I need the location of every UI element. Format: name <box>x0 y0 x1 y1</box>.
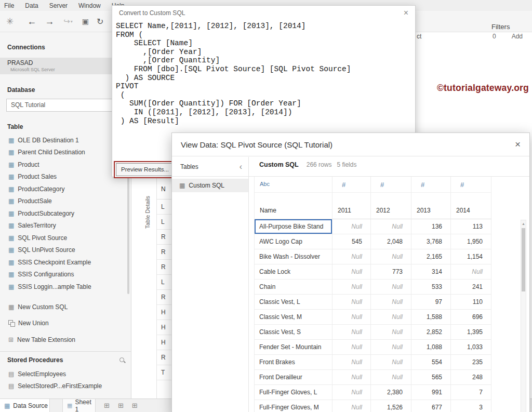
menu-item[interactable]: Server <box>49 2 68 9</box>
grid-scrollbar-thumb[interactable] <box>522 228 525 291</box>
cell-name[interactable]: Fender Set - Mountain <box>255 340 332 355</box>
cell-name[interactable]: Classic Vest, L <box>255 295 332 310</box>
cell-2012[interactable]: Null <box>371 295 411 310</box>
back-icon[interactable]: ← <box>27 16 36 27</box>
column-type-name[interactable]: Abc <box>255 177 332 193</box>
cell-2013[interactable]: 136 <box>411 219 451 234</box>
new-worksheet-icon[interactable]: ⊞ <box>104 402 110 409</box>
new-story-icon[interactable]: ⊞ <box>132 402 138 409</box>
sidebar-table-item[interactable]: ▦ SQL Pivot Source <box>0 232 131 244</box>
cell-name[interactable]: Classic Vest, M <box>255 310 332 325</box>
cell-2013[interactable]: 2,165 <box>411 249 451 264</box>
cell-2013[interactable]: 2,852 <box>411 325 451 340</box>
cell-2014[interactable]: 110 <box>451 295 491 310</box>
cell-2014[interactable]: 113 <box>451 219 491 234</box>
cell-2012[interactable]: Null <box>371 325 411 340</box>
sidebar-item-new-table-extension[interactable]: ⊞ New Table Extension <box>0 334 131 346</box>
cell-2011[interactable]: Null <box>332 310 371 325</box>
tables-panel-item-custom-sql[interactable]: ▦ Custom SQL <box>172 179 248 192</box>
sidebar-table-item[interactable]: ▦ SalesTerritory <box>0 220 131 232</box>
column-header-2012[interactable]: 2012 <box>371 193 411 219</box>
sidebar-table-item[interactable]: ▦ SSIS Checkpoint Example <box>0 256 131 269</box>
database-select[interactable]: SQL Tutorial <box>6 99 125 112</box>
cell-2011[interactable]: Null <box>332 219 371 234</box>
sidebar-table-item[interactable]: ▦ ProductSubcategory <box>0 207 131 220</box>
sidebar-table-item[interactable]: ▦ ProductCategory <box>0 183 131 195</box>
cell-2012[interactable]: Null <box>371 219 411 234</box>
menu-item[interactable]: Window <box>78 2 101 9</box>
cell-2013[interactable]: 1,588 <box>411 310 451 325</box>
cell-2014[interactable]: 241 <box>451 280 491 295</box>
new-dashboard-icon[interactable]: ⊞ <box>118 402 124 409</box>
cell-2012[interactable]: 2,048 <box>371 234 411 249</box>
cell-2012[interactable]: Null <box>371 355 411 370</box>
sql-editor[interactable]: SELECT Name,[2011], [2012], [2013], [201… <box>116 22 351 125</box>
save-icon[interactable]: ▣ <box>82 17 89 25</box>
cell-2012[interactable]: Null <box>371 310 411 325</box>
cell-2011[interactable]: Null <box>332 370 371 385</box>
grid-scrollbar[interactable]: ▲ <box>521 220 526 412</box>
cell-2013[interactable]: 533 <box>411 280 451 295</box>
cell-2014[interactable]: 1,033 <box>451 340 491 355</box>
stored-procedure-item[interactable]: ▤ SelectEmployees <box>0 368 131 380</box>
cell-2014[interactable]: 7 <box>451 385 491 400</box>
cell-2011[interactable]: Null <box>332 400 371 412</box>
sidebar-table-item[interactable]: ▦ SSIS Configurations <box>0 269 131 281</box>
column-header-2011[interactable]: 2011 <box>332 193 371 219</box>
cell-2011[interactable]: Null <box>332 355 371 370</box>
column-header-name[interactable]: Name <box>255 193 332 219</box>
menu-item[interactable]: Data <box>25 2 38 9</box>
cell-2011[interactable]: Null <box>332 385 371 400</box>
forward-icon[interactable]: → <box>45 16 54 27</box>
search-icon[interactable] <box>119 357 126 364</box>
cell-name[interactable]: Cable Lock <box>255 264 332 280</box>
cell-2014[interactable]: 1,395 <box>451 325 491 340</box>
cell-2011[interactable]: 545 <box>332 234 371 249</box>
cell-2012[interactable]: Null <box>371 249 411 264</box>
cell-2011[interactable]: Null <box>332 295 371 310</box>
column-type-2011[interactable]: # <box>332 177 371 193</box>
cell-2011[interactable]: Null <box>332 249 371 264</box>
cell-2013[interactable]: 554 <box>411 355 451 370</box>
tab-data-source[interactable]: ▦ Data Source <box>0 399 50 412</box>
cell-2014[interactable]: 3 <box>451 400 491 412</box>
scroll-up-icon[interactable]: ▲ <box>521 220 526 227</box>
refresh-icon[interactable]: ↻ <box>97 17 103 26</box>
cell-2014[interactable]: Null <box>451 264 491 280</box>
cell-2014[interactable]: 235 <box>451 355 491 370</box>
cell-2011[interactable]: Null <box>332 325 371 340</box>
tableau-logo-icon[interactable]: ✳ <box>6 16 14 27</box>
cell-name[interactable]: All-Purpose Bike Stand <box>255 219 332 234</box>
cell-2011[interactable]: Null <box>332 280 371 295</box>
sidebar-table-item[interactable]: ▦ SQL UnPivot Source <box>0 244 131 257</box>
collapse-panel-icon[interactable]: ‹ <box>240 162 242 171</box>
undo-caret-icon[interactable]: ▾ <box>71 19 73 24</box>
cell-2013[interactable]: 3,768 <box>411 234 451 249</box>
cell-2013[interactable]: 1,088 <box>411 340 451 355</box>
cell-2012[interactable]: Null <box>371 280 411 295</box>
cell-2012[interactable]: Null <box>371 370 411 385</box>
tab-sheet1[interactable]: ▦ Sheet 1 <box>62 399 96 412</box>
column-header-2014[interactable]: 2014 <box>451 193 491 219</box>
cell-2013[interactable]: 677 <box>411 400 451 412</box>
column-type-2013[interactable]: # <box>411 177 451 193</box>
cell-name[interactable]: Chain <box>255 280 332 295</box>
cell-2014[interactable]: 1,950 <box>451 234 491 249</box>
cell-name[interactable]: Full-Finger Gloves, M <box>255 400 332 412</box>
sidebar-table-item[interactable]: ▦ ProductSale <box>0 195 131 208</box>
cell-2012[interactable]: 2,380 <box>371 385 411 400</box>
stored-procedure-item[interactable]: ▤ SelectStoredP...eFirstExample <box>0 380 131 393</box>
cell-2014[interactable]: 248 <box>451 370 491 385</box>
cell-2011[interactable]: Null <box>332 264 371 280</box>
cell-name[interactable]: Full-Finger Gloves, L <box>255 385 332 400</box>
cell-name[interactable]: Classic Vest, S <box>255 325 332 340</box>
close-icon[interactable]: × <box>515 139 521 150</box>
cell-2014[interactable]: 696 <box>451 310 491 325</box>
cell-name[interactable]: Bike Wash - Dissolver <box>255 249 332 264</box>
close-icon[interactable]: × <box>404 8 408 18</box>
column-header-2013[interactable]: 2013 <box>411 193 451 219</box>
undo-history-icon[interactable]: ↪ <box>63 17 70 26</box>
column-type-2012[interactable]: # <box>371 177 411 193</box>
cell-name[interactable]: AWC Logo Cap <box>255 234 332 249</box>
cell-2013[interactable]: 97 <box>411 295 451 310</box>
